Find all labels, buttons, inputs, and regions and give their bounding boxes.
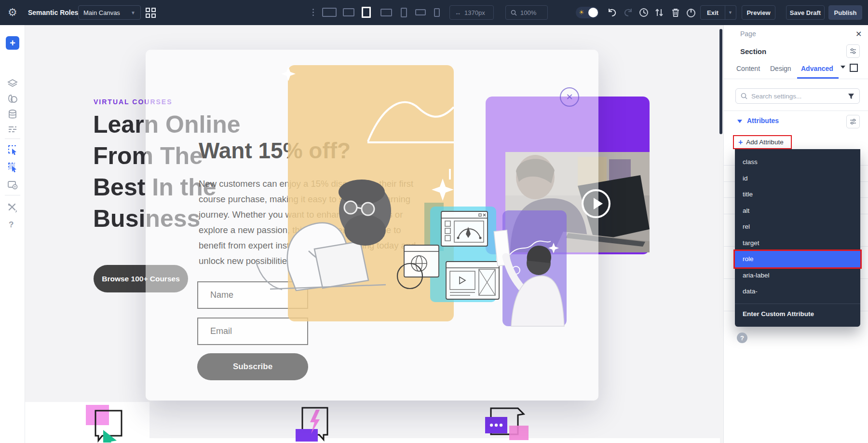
width-value: 1370px (464, 9, 485, 16)
element-outline-icon[interactable] (850, 64, 858, 72)
popup-body-text[interactable]: New customers can enjoy a 15% discount o… (199, 176, 420, 269)
sort-arrows-icon[interactable] (654, 7, 665, 18)
zoom-field[interactable]: 100% (505, 5, 548, 20)
settings-gear-icon[interactable]: ⚙ (8, 6, 17, 19)
dropdown-item-rel[interactable]: rel (735, 219, 860, 235)
dropdown-item-title[interactable]: title (735, 186, 860, 203)
purple-bar (296, 429, 318, 442)
attribute-dropdown-menu: class id title alt rel target role aria-… (735, 149, 860, 327)
dropdown-item-target[interactable]: target (735, 235, 860, 251)
dropdown-item-custom-attribute[interactable]: Enter Custom Attribute (735, 304, 860, 324)
settings-search-input[interactable] (751, 93, 844, 100)
select-element-icon[interactable] (7, 144, 18, 155)
add-attribute-button[interactable]: + Add Attribute (733, 135, 792, 149)
tab-design[interactable]: Design (770, 65, 791, 72)
save-draft-button[interactable]: Save Draft (786, 5, 825, 20)
add-element-button[interactable]: + (6, 36, 19, 50)
feature-doodle-bolt (292, 402, 338, 443)
sun-icon: ☀ (579, 9, 584, 16)
newsletter-popup: ✕ Want 15% off? New customers can enjoy … (146, 50, 598, 401)
dropdown-item-role-highlighted[interactable]: role (735, 251, 860, 267)
breakpoint-phone-icon[interactable] (401, 8, 407, 17)
pink-square (509, 426, 529, 440)
dropdown-item-class[interactable]: class (735, 154, 860, 170)
dropdown-item-aria-label[interactable]: aria-label (735, 267, 860, 284)
tab-content[interactable]: Content (736, 65, 760, 72)
sidebar-divider (5, 138, 20, 139)
history-clock-icon[interactable] (638, 7, 649, 18)
popup-name-input[interactable] (197, 281, 308, 309)
popup-close-button[interactable]: ✕ (560, 87, 579, 107)
trash-icon[interactable] (670, 7, 681, 18)
pink-square (86, 405, 109, 425)
tab-advanced[interactable]: Advanced (801, 65, 833, 72)
power-icon[interactable] (686, 7, 696, 18)
chevron-down-icon[interactable] (841, 66, 845, 69)
play-icon (594, 198, 603, 209)
panel-close-icon[interactable]: ✕ (855, 29, 862, 39)
search-icon (511, 10, 517, 16)
sidebar-divider (5, 195, 20, 195)
builder-app: VIRTUAL COURSES Learn Online From The Be… (0, 0, 868, 443)
settings-search[interactable] (735, 88, 860, 104)
breakpoint-phone-landscape-icon[interactable] (415, 9, 426, 15)
content-list-icon[interactable] (7, 124, 18, 135)
dropdown-item-id[interactable]: id (735, 170, 860, 187)
sliders-icon (849, 47, 857, 55)
section-settings-button[interactable] (846, 44, 860, 58)
left-sidebar: + ? (0, 25, 25, 443)
breadcrumb-page[interactable]: Page (740, 30, 756, 38)
assets-shapes-icon[interactable] (7, 94, 18, 104)
popup-heading[interactable]: Want 15% off? (199, 138, 351, 164)
layers-icon[interactable] (7, 78, 18, 89)
breakpoint-phone-small-icon[interactable] (434, 8, 440, 17)
plus-icon: + (738, 138, 743, 147)
exit-button[interactable]: Exit (700, 5, 725, 20)
chevron-down-icon: ▼ (131, 10, 136, 15)
attributes-collapse-caret[interactable] (737, 120, 742, 123)
dropdown-item-alt[interactable]: alt (735, 203, 860, 219)
publish-button[interactable]: Publish (828, 5, 862, 20)
breakpoint-tablet-landscape-icon[interactable] (380, 9, 392, 16)
zoom-value: 100% (520, 9, 536, 16)
breakpoint-desktop-large-icon[interactable] (322, 8, 337, 17)
help-icon[interactable]: ? (9, 220, 14, 230)
preview-button[interactable]: Preview (742, 5, 775, 20)
attributes-settings-button[interactable] (846, 115, 860, 128)
canvas-selector-value: Main Canvas (83, 9, 120, 16)
canvas-scrollbar[interactable] (719, 29, 722, 134)
attributes-section-title[interactable]: Attributes (747, 117, 779, 125)
canvas-width-field[interactable]: ↔ 1370px (449, 5, 494, 20)
panel-help-icon[interactable]: ? (737, 332, 747, 343)
top-toolbar: ⚙ Semantic Roles Main Canvas ▼ ↔ 1370px … (0, 0, 868, 25)
popup-subscribe-button[interactable]: Subscribe (197, 353, 308, 380)
breakpoint-desktop-icon[interactable] (343, 8, 354, 16)
canvas-selector-dropdown[interactable]: Main Canvas ▼ (78, 5, 141, 20)
select-group-icon[interactable] (7, 162, 18, 172)
sliders-icon (849, 118, 857, 125)
video-play-button[interactable] (582, 189, 610, 218)
selected-element-label: Section (740, 47, 766, 55)
popup-email-input[interactable] (197, 318, 308, 345)
theme-toggle[interactable]: ☀ (576, 7, 599, 18)
project-title: Semantic Roles (28, 9, 78, 16)
search-icon (741, 93, 747, 99)
undo-icon[interactable] (607, 7, 617, 18)
page-settings-icon[interactable] (7, 180, 18, 190)
feature-doodle-cursor (82, 403, 130, 443)
panel-divider (724, 111, 868, 111)
database-icon[interactable] (7, 109, 18, 120)
exit-dropdown-caret[interactable]: ▼ (725, 5, 736, 20)
width-arrows-icon: ↔ (455, 9, 461, 16)
kebab-menu-icon[interactable] (312, 7, 314, 17)
dropdown-item-data[interactable]: data- (735, 283, 860, 300)
tabs-border (724, 79, 868, 79)
breakpoint-tablet-selected-icon[interactable] (362, 7, 371, 18)
add-attribute-label: Add Attribute (746, 138, 783, 146)
filter-funnel-icon[interactable] (848, 93, 854, 99)
feature-doodle-chat (482, 404, 530, 443)
toggle-knob (588, 8, 598, 17)
tools-icon[interactable] (7, 202, 18, 213)
redo-icon[interactable] (623, 7, 634, 18)
dashboard-grid-icon[interactable] (146, 8, 156, 18)
